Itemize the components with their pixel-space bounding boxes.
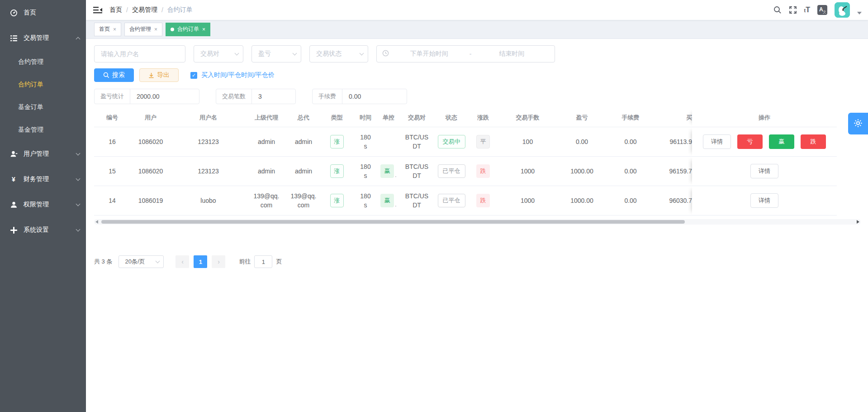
settings-panel-button[interactable] [848,113,868,134]
cell-updown: 跌 [469,186,497,215]
chevron-down-icon [76,201,81,206]
fall-button[interactable]: 跌 [801,134,826,149]
date-start-placeholder: 下单开始时间 [392,50,467,58]
cell-pair: BTC/US DT [400,186,434,215]
sidebar-item-contract-manage[interactable]: 合约管理 [0,51,86,73]
orders-table: 编号 用户 用户名 上级代理 总代 类型 时间 单控 交易对 状态 涨跌 交易手… [94,109,837,216]
cell-master: 139@qq. com [287,186,320,215]
cell-type: 涨 [320,127,354,156]
stats-row: 盈亏统计 2000.00 交易笔数 3 手续费 0.00 [94,89,868,104]
search-button[interactable]: 搜索 [94,68,134,82]
time-columns-checkbox[interactable]: ✓ 买入时间/平仓时间/平仓价 [190,71,275,79]
checkbox-checked-icon[interactable]: ✓ [190,72,197,79]
select-placeholder: 交易对 [200,50,219,58]
close-icon[interactable]: × [154,27,157,32]
cell-updown: 跌 [469,157,497,186]
sidebar-item-finance[interactable]: ¥ 财务管理 [0,167,86,192]
stat-value: 2000.00 [130,89,199,104]
sidebar-item-permissions[interactable]: 权限管理 [0,192,86,217]
win-tag[interactable]: 赢 [380,194,394,207]
sidebar-item-trade[interactable]: 交易管理 [0,25,86,51]
sidebar-subitem-label: 合约订单 [18,81,43,89]
app-root: 首页 交易管理 合约管理 合约订单 基金订单 基金管理 用户管理 [0,0,868,412]
cell-control: 赢. [377,186,400,215]
detail-button[interactable]: 详情 [750,193,778,208]
cell-time: 180 s [354,127,377,156]
detail-button[interactable]: 详情 [750,164,778,178]
export-button[interactable]: 导出 [139,68,179,82]
cell-actions: 详情 [692,186,837,215]
cell-pair: BTC/US DT [400,157,434,186]
tab-contract-manage[interactable]: 合约管理 × [124,23,162,36]
search-icon[interactable] [773,6,782,14]
language-icon[interactable]: A文 [817,5,827,15]
avatar-dropdown-caret-icon[interactable] [857,12,862,14]
cell-status: 已平仓 [434,186,469,215]
close-icon[interactable]: × [202,27,205,32]
avatar[interactable] [835,2,850,18]
scrollbar-thumb[interactable] [101,220,685,224]
text-size-icon[interactable]: tT [804,6,810,14]
sidebar-item-contract-orders[interactable]: 合约订单 [0,73,86,96]
cell-profit: 0.00 [558,127,606,156]
cell-pair: BTC/US DT [400,127,434,156]
breadcrumb-current: 合约订单 [167,6,193,14]
win-tag[interactable]: 赢 [380,164,394,178]
win-button[interactable]: 赢 [769,134,794,149]
top-navbar: 首页 / 交易管理 / 合约订单 tT A文 [86,0,868,20]
scroll-left-arrow-icon[interactable] [95,220,98,224]
yen-icon: ¥ [9,175,18,183]
sidebar-subitem-label: 基金订单 [18,103,43,111]
order-list-icon [9,34,18,42]
sidebar-item-fund-orders[interactable]: 基金订单 [0,96,86,119]
stat-label: 手续费 [313,89,342,104]
cell-control: 赢. [377,157,400,186]
breadcrumb-section[interactable]: 交易管理 [132,6,157,14]
page-unit-label: 页 [276,258,282,266]
date-separator: - [470,50,472,57]
sidebar-item-users[interactable]: 用户管理 [0,141,86,167]
lose-button[interactable]: 亏 [737,134,763,149]
main-area: 首页 / 交易管理 / 合约订单 tT A文 [86,0,868,412]
breadcrumb-home[interactable]: 首页 [109,6,122,14]
prev-page-button[interactable]: ‹ [175,255,189,268]
cell-fee: 0.00 [606,186,655,215]
flat-tag: 平 [476,135,490,149]
goto-page-input[interactable] [254,255,272,268]
sidebar-item-home[interactable]: 首页 [0,0,86,25]
chevron-down-icon [235,51,239,56]
status-tag-closed: 已平仓 [438,194,465,207]
profit-select[interactable]: 盈亏 [251,45,301,62]
action-row: 搜索 导出 ✓ 买入时间/平仓时间/平仓价 [94,68,868,82]
status-select[interactable]: 交易状态 [309,45,368,62]
cell-buy-price: 96113.9 [655,127,692,156]
pair-select[interactable]: 交易对 [194,45,243,62]
cell-fee: 0.00 [606,157,655,186]
detail-button[interactable]: 详情 [703,134,731,149]
sidebar-item-fund-manage[interactable]: 基金管理 [0,119,86,141]
sidebar-collapse-icon[interactable] [93,6,102,14]
sidebar-item-settings[interactable]: 系统设置 [0,217,86,243]
next-page-button[interactable]: › [212,255,225,268]
close-icon[interactable]: × [113,27,116,32]
rise-tag: 涨 [330,194,344,207]
cell-type: 涨 [320,186,354,215]
fullscreen-icon[interactable] [789,6,797,14]
page-size-value: 20条/页 [125,258,145,266]
col-header-id: 编号 [94,109,130,127]
username-input[interactable] [94,45,185,62]
cell-buy-price: 96159.7 [655,157,692,186]
col-header-actions: 操作 [692,109,837,127]
tab-home[interactable]: 首页 × [94,23,121,36]
date-range-picker[interactable]: 下单开始时间 - 结束时间 [376,45,555,62]
horizontal-scrollbar[interactable] [94,219,861,225]
breadcrumb-separator: / [126,6,128,14]
col-header-buy-price: 买 [655,109,692,127]
sidebar-item-label: 交易管理 [24,34,49,42]
current-page-button[interactable]: 1 [194,255,207,268]
stat-value: 0.00 [342,89,407,104]
page-size-select[interactable]: 20条/页 [119,255,164,268]
col-header-control: 单控 [377,109,400,127]
scroll-right-arrow-icon[interactable] [857,220,859,224]
tab-contract-orders[interactable]: 合约订单 × [166,23,210,36]
